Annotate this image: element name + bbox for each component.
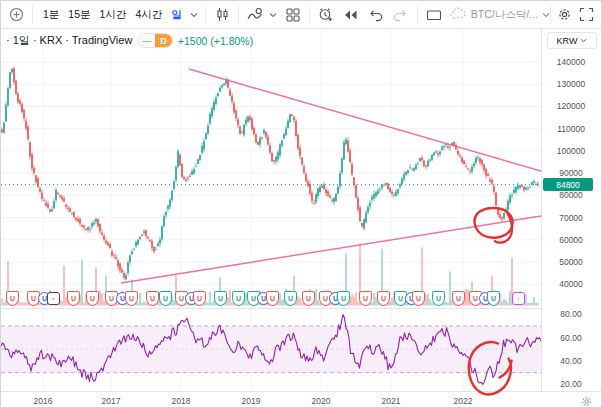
toolbar-separator — [238, 6, 239, 24]
chart-type-candles-icon[interactable] — [213, 5, 231, 25]
collapse-chip[interactable]: — — [138, 34, 155, 47]
event-badge-red[interactable]: U — [266, 291, 279, 306]
toolbar-left-group: 1분15분1시간4시간일 — [7, 5, 550, 25]
interval-btn-3[interactable]: 4시간 — [132, 6, 165, 24]
current-price-label: 84800 — [543, 178, 593, 191]
symbol-search-box[interactable]: BTC/나스닥/... — [450, 7, 550, 22]
pane-divider[interactable] — [1, 308, 602, 309]
event-badge-teal[interactable]: U — [159, 291, 172, 306]
price-tick: 130000 — [542, 79, 600, 89]
interval-chevron-down-icon[interactable] — [190, 12, 198, 18]
currency-selector[interactable]: KRW — [547, 32, 597, 49]
year-tick-2019[interactable]: 2019 — [242, 396, 261, 406]
top-toolbar: 1분15분1시간4시간일 — [1, 1, 601, 29]
event-badge-red[interactable]: U — [86, 291, 99, 306]
replay-icon[interactable] — [342, 5, 360, 25]
price-tick: 100000 — [542, 146, 600, 156]
event-badge-red[interactable]: U — [452, 291, 465, 306]
rsi-tick: 80.00 — [542, 309, 600, 319]
data-mode-chips[interactable]: — D — [137, 33, 173, 48]
price-tick: 40000 — [542, 279, 600, 289]
event-badge-red[interactable]: U — [67, 291, 80, 306]
tradingview-window: 1분15분1시간4시간일 — [0, 0, 602, 408]
event-badge-teal[interactable]: U — [214, 291, 227, 306]
price-tick: 50000 — [542, 257, 600, 267]
interval-btn-1[interactable]: 15분 — [65, 6, 93, 24]
year-tick-2016[interactable]: 2016 — [34, 396, 53, 406]
symbol-title: · 1일 · KRX · TradingView — [6, 33, 132, 48]
price-change: +1500 (+1.80%) — [178, 35, 253, 47]
price-tick: 120000 — [542, 101, 600, 111]
event-badge-red[interactable]: U — [302, 291, 315, 306]
toolbar-separator — [309, 6, 310, 24]
price-tick: 110000 — [542, 124, 600, 134]
toolbar-separator — [205, 6, 206, 24]
indicators-chevron-down-icon[interactable] — [269, 12, 277, 18]
cloud-icon — [450, 7, 467, 22]
rectangle-tool-icon[interactable] — [425, 5, 443, 25]
year-tick-2020[interactable]: 2020 — [312, 396, 331, 406]
undo-icon[interactable] — [367, 5, 385, 25]
event-badge-teal[interactable]: U — [232, 291, 245, 306]
axis-settings-gear-icon[interactable] — [580, 395, 593, 408]
event-badge-teal[interactable]: U — [432, 291, 445, 306]
delayed-data-badge: D — [155, 34, 172, 47]
event-badge-teal[interactable]: U — [284, 291, 297, 306]
layout-grid-icon[interactable] — [284, 5, 302, 25]
rsi-tick: 20.00 — [542, 379, 600, 389]
event-badges-row: UUU▫UUUUUUUUUUUUUUUUUUUUUUUUUUUUUU▫ — [1, 1, 541, 407]
event-badge-red[interactable]: U — [193, 291, 206, 306]
toolbar-separator — [417, 6, 418, 24]
price-tick: 90000 — [542, 168, 600, 178]
year-tick-2022[interactable]: 2022 — [454, 396, 473, 406]
event-badge-purple[interactable]: ▫ — [512, 292, 525, 305]
event-badge-teal[interactable]: U — [487, 291, 500, 306]
event-badge-red[interactable]: U — [359, 291, 372, 306]
year-tick-2021[interactable]: 2021 — [382, 396, 401, 406]
event-badge-red[interactable]: U — [125, 291, 138, 306]
event-badge-red[interactable]: U — [377, 291, 390, 306]
price-tick: 140000 — [542, 57, 600, 67]
fullscreen-icon[interactable] — [579, 5, 594, 25]
event-badge-dark[interactable]: ▫ — [47, 292, 60, 305]
price-tick: 60000 — [542, 235, 600, 245]
price-tick: 70000 — [542, 213, 600, 223]
rsi-tick: 40.00 — [542, 356, 600, 366]
interval-btn-4[interactable]: 일 — [168, 6, 185, 24]
redo-icon[interactable] — [392, 5, 410, 25]
event-badge-red[interactable]: U — [146, 291, 159, 306]
interval-buttons: 1분15분1시간4시간일 — [40, 6, 185, 24]
currency-label: KRW — [557, 36, 578, 46]
interval-btn-2[interactable]: 1시간 — [97, 6, 130, 24]
search-chevron-down-icon — [542, 12, 550, 18]
settings-gear-icon[interactable] — [557, 5, 572, 25]
event-badge-red[interactable]: U — [6, 291, 19, 306]
toolbar-separator — [32, 6, 33, 24]
symbol-info-row[interactable]: · 1일 · KRX · TradingView — D +1500 (+1.8… — [6, 33, 253, 48]
price-tick: 80000 — [542, 190, 600, 200]
symbol-search-text: BTC/나스닥/... — [471, 8, 538, 22]
currency-chevron-down-icon — [580, 38, 587, 43]
event-badge-teal[interactable]: U — [337, 291, 350, 306]
toolbar-right-group: 퍼블리쉬 — [550, 4, 602, 26]
interval-btn-0[interactable]: 1분 — [40, 6, 62, 24]
time-axis[interactable]: 2016201720182019202020212022 — [1, 391, 602, 408]
add-symbol-icon[interactable] — [7, 5, 25, 25]
year-tick-2018[interactable]: 2018 — [172, 396, 191, 406]
year-tick-2017[interactable]: 2017 — [102, 396, 121, 406]
indicators-icon[interactable] — [246, 5, 264, 25]
event-badge-red[interactable]: U — [412, 291, 425, 306]
alert-clock-icon[interactable] — [317, 5, 335, 25]
price-axis[interactable]: KRW 140000130000120000110000100000900008… — [541, 29, 602, 391]
rsi-tick: 60.00 — [542, 333, 600, 343]
